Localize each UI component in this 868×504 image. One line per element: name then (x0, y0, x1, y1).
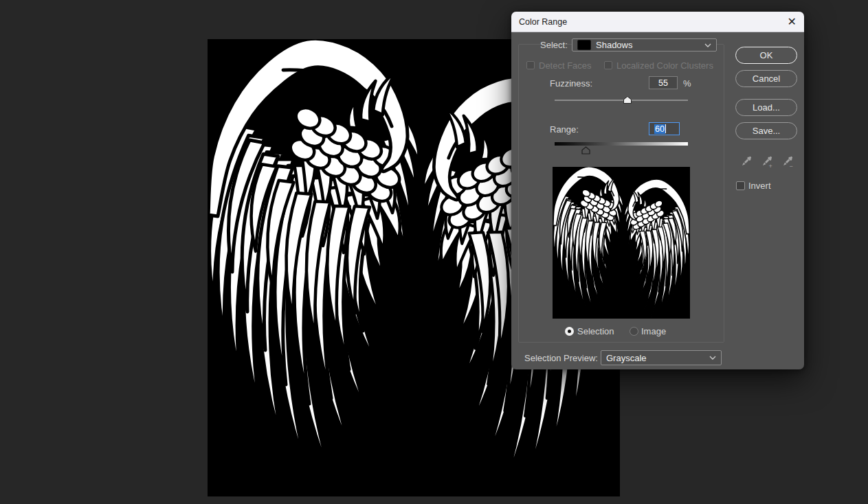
photoshop-workspace: Color Range ✕ Select: Shadows Detect Fac… (0, 0, 868, 504)
preview-wings (553, 167, 690, 319)
range-gradient-track[interactable] (555, 142, 688, 146)
cancel-button[interactable]: Cancel (735, 70, 797, 87)
selection-preview-dropdown[interactable]: Grayscale (601, 350, 722, 365)
range-slider-thumb[interactable] (581, 146, 590, 154)
selection-preview-label: Selection Preview: (524, 353, 598, 363)
invert-checkbox[interactable] (736, 181, 745, 190)
fuzziness-label: Fuzziness: (550, 78, 592, 89)
dialog-title: Color Range (519, 17, 567, 27)
close-icon[interactable]: ✕ (788, 16, 797, 27)
localized-clusters-label: Localized Color Clusters (616, 60, 713, 71)
load-button[interactable]: Load... (735, 99, 797, 116)
dialog-titlebar[interactable]: Color Range ✕ (511, 12, 804, 32)
localized-clusters-checkbox[interactable] (604, 61, 612, 69)
invert-label: Invert (748, 181, 771, 191)
detect-faces-label: Detect Faces (539, 60, 592, 71)
range-value[interactable]: 60 (649, 122, 680, 135)
svg-text:−: − (790, 163, 793, 170)
selection-preview-value: Grayscale (606, 353, 647, 363)
save-button[interactable]: Save... (735, 122, 797, 139)
svg-text:+: + (769, 163, 772, 170)
fuzziness-unit: % (683, 78, 691, 89)
image-radio[interactable] (630, 327, 638, 336)
select-value: Shadows (596, 40, 632, 50)
selection-radio-label: Selection (577, 326, 614, 336)
fuzziness-value[interactable]: 55 (649, 76, 678, 89)
select-dropdown[interactable]: Shadows (572, 38, 717, 51)
chevron-down-icon (704, 43, 711, 47)
ok-button[interactable]: OK (735, 47, 797, 64)
detect-faces-checkbox[interactable] (526, 61, 535, 69)
preview-thumbnail[interactable] (553, 167, 690, 319)
image-radio-label: Image (641, 326, 666, 336)
selection-radio[interactable] (565, 327, 574, 336)
fuzziness-slider-track[interactable] (555, 100, 688, 101)
color-range-dialog: Color Range ✕ Select: Shadows Detect Fac… (511, 12, 804, 369)
eyedropper-plus-icon[interactable]: + (759, 153, 775, 170)
shadows-swatch (577, 40, 591, 50)
fuzziness-slider-thumb[interactable] (623, 96, 632, 104)
chevron-down-icon (709, 356, 716, 360)
eyedropper-icon[interactable] (738, 153, 755, 170)
select-label: Select: (540, 40, 568, 50)
eyedropper-minus-icon[interactable]: − (779, 153, 796, 170)
range-label: Range: (550, 124, 579, 135)
